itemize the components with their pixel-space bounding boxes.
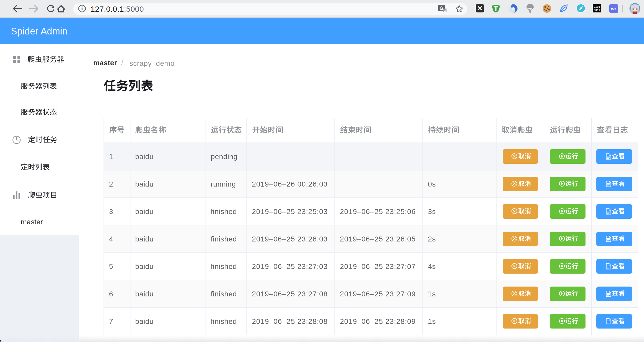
svg-text:0101: 0101 [594,5,600,8]
svg-text:x: x [444,8,446,11]
svg-text:0011: 0011 [594,9,600,12]
svg-text:wz: wz [611,6,616,11]
svg-text:G: G [440,5,443,11]
